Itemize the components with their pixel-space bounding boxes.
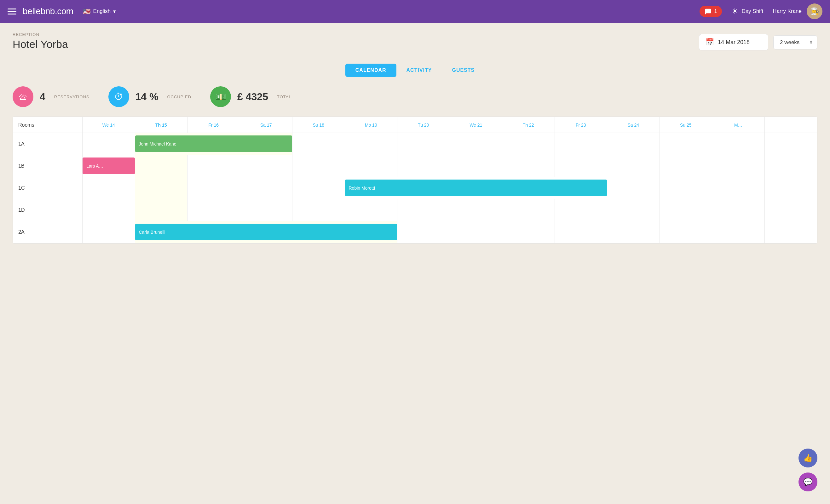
cell-1b-we14[interactable]: Lars A… [83,155,135,177]
col-tu20: Tu 20 [397,117,450,133]
cell-1d-su18[interactable] [292,199,345,221]
col-mo26: M… [712,117,765,133]
cell-1b-tu20[interactable] [397,155,450,177]
tab-calendar[interactable]: CALENDAR [345,64,396,77]
cell-1d-su25[interactable] [660,199,712,221]
stat-reservations: 🛎 4 RESERVATIONS [12,86,90,107]
cell-1b-su18[interactable] [292,155,345,177]
cell-1d-we14[interactable] [83,199,135,221]
cell-2a-we21[interactable] [450,221,502,243]
cell-1c-fr23b[interactable] [607,177,660,199]
calendar-table: Rooms We 14 Th 15 Fr 16 Sa 17 Su 18 Mo 1… [13,117,817,243]
cell-1b-fr23[interactable] [554,155,607,177]
tab-guests[interactable]: GUESTS [442,64,485,77]
cell-1a-th15[interactable]: John Michael Kane [135,133,292,155]
booking-carla-brunelli[interactable]: Carla Brunelli [135,224,397,240]
cell-1c-su18[interactable] [292,177,345,199]
col-sa24: Sa 24 [607,117,660,133]
cell-1c-th15[interactable] [135,177,188,199]
cell-1c-sa24[interactable] [660,177,712,199]
col-we21: We 21 [450,117,502,133]
total-label: TOTAL [277,95,291,99]
cell-1a-we14[interactable] [83,133,135,155]
cell-2a-th22[interactable] [502,221,555,243]
room-label-1d: 1D [13,199,83,221]
language-selector[interactable]: 🇺🇸 English ▾ [83,7,116,15]
booking-robin-moretti[interactable]: Robin Moretti [345,179,607,196]
page-header-row: RECEPTION Hotel Yorba 📅 14 Mar 2018 2 we… [12,32,818,51]
cell-1d-we21[interactable] [450,199,502,221]
notifications-button[interactable]: 1 [700,6,722,17]
cell-1a-sa17b[interactable] [292,133,345,155]
hotel-name: Hotel Yorba [12,38,699,51]
cell-1b-th22[interactable] [502,155,555,177]
cell-1c-mo26[interactable] [764,177,817,199]
table-row: 1A John Michael Kane [13,133,817,155]
cell-2a-sa24[interactable] [607,221,660,243]
hamburger-menu[interactable] [7,8,17,14]
cell-1a-sa24[interactable] [660,133,712,155]
rooms-col-header: Rooms [13,117,83,133]
date-picker[interactable]: 📅 14 Mar 2018 [699,34,768,51]
shift-indicator[interactable]: ☀ Day Shift [731,7,763,16]
cell-1b-mo26[interactable] [712,155,765,177]
cell-1d-th22[interactable] [502,199,555,221]
cell-2a-we14[interactable] [83,221,135,243]
cell-1a-we21[interactable] [502,133,555,155]
weeks-selector-wrapper: 2 weeks 1 week 3 weeks 4 weeks [773,35,818,49]
flag-icon: 🇺🇸 [83,7,91,15]
cell-1a-su18[interactable] [345,133,397,155]
room-label-1b: 1B [13,155,83,177]
cell-1b-th15[interactable] [135,155,188,177]
chat-icon [705,8,711,14]
cell-1c-su25[interactable] [712,177,765,199]
stats-row: 🛎 4 RESERVATIONS ⏱ 14 % OCCUPIED 💵 £ 432… [12,86,818,107]
chat-fab[interactable]: 💬 [798,472,818,492]
cell-1b-sa17[interactable] [240,155,292,177]
cell-2a-th15[interactable]: Carla Brunelli [135,221,397,243]
cell-1d-sa24[interactable] [607,199,660,221]
col-sa17: Sa 17 [240,117,292,133]
col-mo19: Mo 19 [345,117,397,133]
avatar[interactable]: 👨‍🍳 [807,3,823,19]
weeks-select[interactable]: 2 weeks 1 week 3 weeks 4 weeks [773,35,818,49]
cell-1c-mo19[interactable]: Robin Moretti [345,177,607,199]
cell-1d-mo19[interactable] [345,199,397,221]
booking-lars[interactable]: Lars A… [83,158,135,174]
occupied-label: OCCUPIED [167,95,191,99]
cell-1c-fr16[interactable] [188,177,240,199]
cell-1d-tu20[interactable] [397,199,450,221]
cell-1a-mo26[interactable] [764,133,817,155]
thumbsup-fab[interactable]: 👍 [798,448,818,467]
cell-1b-we21[interactable] [450,155,502,177]
cell-2a-tu20[interactable] [397,221,450,243]
cell-1d-sa17[interactable] [240,199,292,221]
cell-1b-su25[interactable] [660,155,712,177]
cell-1a-mo19[interactable] [397,133,450,155]
cell-1b-mo19[interactable] [345,155,397,177]
cell-1d-th15[interactable] [135,199,188,221]
main-content: RECEPTION Hotel Yorba 📅 14 Mar 2018 2 we… [0,23,830,253]
cell-2a-fr23[interactable] [554,221,607,243]
cell-1d-fr23[interactable] [554,199,607,221]
cell-1a-th22[interactable] [554,133,607,155]
cell-1d-mo26[interactable] [712,199,765,221]
cell-1a-su25[interactable] [712,133,765,155]
cell-1d-fr16[interactable] [188,199,240,221]
cell-1c-sa17[interactable] [240,177,292,199]
tab-activity[interactable]: ACTIVITY [396,64,442,77]
reservations-label: RESERVATIONS [54,95,90,99]
col-su18: Su 18 [292,117,345,133]
cell-1b-fr16[interactable] [188,155,240,177]
cell-1a-tu20[interactable] [450,133,502,155]
cell-1c-we14[interactable] [83,177,135,199]
total-number: £ 4325 [237,91,268,103]
hotel-info: RECEPTION Hotel Yorba [12,32,699,51]
cell-1b-sa24[interactable] [607,155,660,177]
cell-2a-su25[interactable] [660,221,712,243]
cell-1a-fr23[interactable] [607,133,660,155]
cell-2a-mo26[interactable] [712,221,765,243]
divider [12,57,818,57]
calendar-table-wrap: Rooms We 14 Th 15 Fr 16 Sa 17 Su 18 Mo 1… [12,116,818,243]
booking-john-michael-kane[interactable]: John Michael Kane [135,135,292,152]
